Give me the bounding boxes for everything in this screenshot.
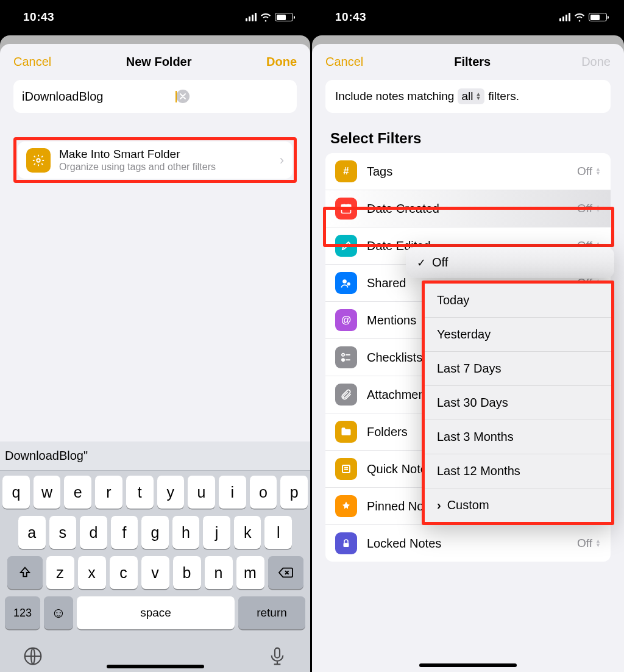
section-title: Select Filters [312,113,624,153]
match-mode-selector[interactable]: all ▲▼ [458,88,484,104]
status-icons [559,12,607,23]
svg-rect-5 [342,205,351,207]
popup-option-last-12-months[interactable]: Last 12 Months [425,454,611,488]
make-smart-folder-row[interactable]: Make Into Smart Folder Organize using ta… [18,141,292,179]
svg-text:@: @ [341,314,351,326]
home-indicator[interactable] [107,665,204,668]
chevron-right-icon: › [437,498,441,512]
at-icon: @ [335,309,357,331]
key-d[interactable]: d [80,516,107,549]
key-x[interactable]: x [78,556,106,589]
keyboard-row-2: a s d f g h j k l [2,516,308,549]
chevron-up-down-icon: ▲▼ [595,204,601,213]
key-j[interactable]: j [203,516,230,549]
quicknote-icon [335,458,357,480]
filter-row-date-created[interactable]: Date CreatedOff ▲▼ [325,190,611,227]
key-m[interactable]: m [236,556,264,589]
popup-option-last-7-days[interactable]: Last 7 Days [425,351,611,385]
key-v[interactable]: v [141,556,169,589]
backspace-key[interactable] [268,556,303,589]
key-y[interactable]: y [157,476,185,509]
popup-option-last-30-days[interactable]: Last 30 Days [425,385,611,420]
done-button[interactable]: Done [266,55,297,69]
svg-text:#: # [343,165,349,177]
filter-row-locked-notes[interactable]: Locked NotesOff ▲▼ [325,524,611,562]
key-q[interactable]: q [2,476,30,509]
home-indicator[interactable] [419,663,517,667]
popup-option-custom[interactable]: › Custom [425,488,611,522]
key-a[interactable]: a [18,516,46,549]
key-l[interactable]: l [264,516,292,549]
svg-point-7 [347,282,350,285]
shift-key[interactable] [7,556,43,589]
popup-option-last-3-months[interactable]: Last 3 Months [425,420,611,454]
filter-value: Off ▲▼ [577,165,601,178]
key-z[interactable]: z [46,556,74,589]
globe-icon[interactable] [23,646,43,666]
key-s[interactable]: s [49,516,77,549]
chevron-right-icon: › [280,152,284,168]
done-button: Done [581,55,611,69]
key-u[interactable]: u [188,476,215,509]
include-prefix: Include notes matching [335,90,454,103]
key-h[interactable]: h [172,516,200,549]
key-e[interactable]: e [64,476,91,509]
share-icon [335,272,357,294]
wifi-icon [574,12,585,23]
cancel-button[interactable]: Cancel [13,55,51,69]
filters-sheet: Cancel Filters Done Include notes matchi… [312,44,624,672]
filter-row-tags[interactable]: #TagsOff ▲▼ [325,153,611,190]
filter-label: Tags [367,165,567,179]
svg-rect-2 [275,648,280,658]
date-created-popup: ✓ Off [406,247,614,278]
popup-option-today[interactable]: Today [425,284,611,317]
new-folder-sheet: Cancel New Folder Done [0,44,310,672]
keyboard-row-4: 123 ☺ space return [2,596,308,629]
key-f[interactable]: f [111,516,138,549]
status-bar: 10:43 [312,0,624,34]
pencil-icon [335,235,357,257]
keyboard-prediction-bar[interactable]: DownloadBlog" [0,441,310,471]
space-key[interactable]: space [77,596,235,629]
nav-title: Filters [454,55,491,69]
folder-name-input[interactable] [22,90,176,104]
return-key[interactable]: return [238,596,305,629]
key-w[interactable]: w [34,476,61,509]
include-suffix: filters. [488,90,519,103]
key-o[interactable]: o [250,476,277,509]
chevron-up-down-icon: ▲▼ [595,539,601,548]
key-i[interactable]: i [219,476,246,509]
key-b[interactable]: b [173,556,201,589]
include-notes-row: Include notes matching all ▲▼ filters. [325,80,611,113]
filter-label: Date Created [367,202,567,216]
popup-option-yesterday[interactable]: Yesterday [425,317,611,351]
chevron-up-down-icon: ▲▼ [475,92,481,101]
key-g[interactable]: g [141,516,169,549]
folder-icon [335,421,357,443]
key-k[interactable]: k [234,516,261,549]
checkmark-icon: ✓ [417,256,426,270]
numbers-key[interactable]: 123 [5,596,40,629]
filter-value: Off ▲▼ [577,202,601,215]
clear-text-icon[interactable] [176,90,190,103]
keyboard: DownloadBlog" q w e r t y u i o p [0,441,310,672]
cancel-button[interactable]: Cancel [325,55,363,69]
popup-option-off[interactable]: ✓ Off [406,247,614,278]
prediction-text[interactable]: DownloadBlog" [5,449,88,463]
microphone-icon[interactable] [268,646,287,666]
checklist-icon [335,346,357,368]
svg-point-6 [342,279,347,284]
folder-name-field[interactable] [13,80,297,113]
status-icons [246,12,293,23]
gear-icon [26,148,51,173]
key-t[interactable]: t [126,476,154,509]
svg-rect-12 [344,543,349,547]
key-n[interactable]: n [205,556,233,589]
status-time: 10:43 [23,10,54,24]
smart-folder-title: Make Into Smart Folder [59,148,271,161]
key-p[interactable]: p [280,476,308,509]
emoji-key[interactable]: ☺ [44,596,73,629]
key-c[interactable]: c [110,556,138,589]
date-created-options-popup: TodayYesterdayLast 7 DaysLast 30 DaysLas… [422,281,614,525]
key-r[interactable]: r [95,476,122,509]
